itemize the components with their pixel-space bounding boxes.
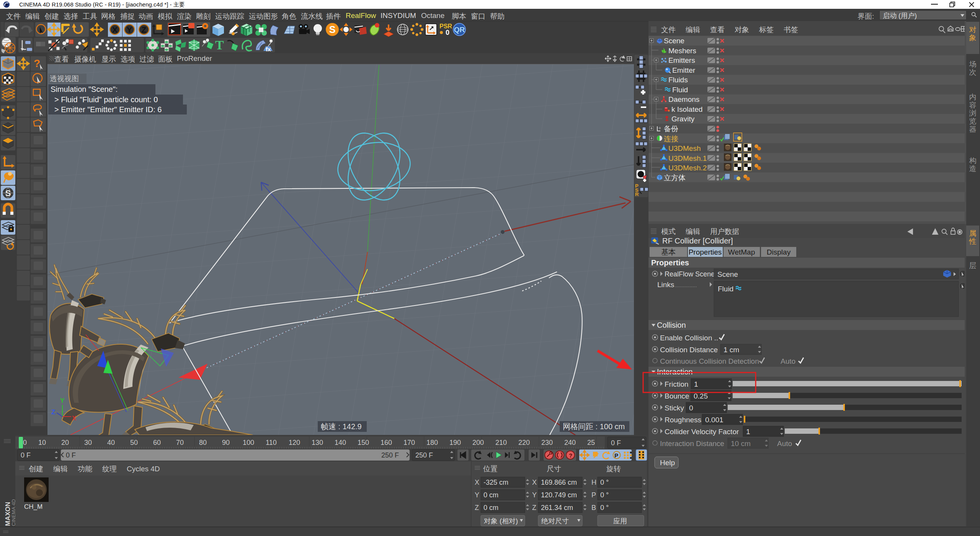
svg-text:50: 50 [130, 439, 138, 446]
svg-text:对象: 对象 [735, 26, 749, 34]
svg-text:170: 170 [403, 439, 415, 446]
svg-text:Z: Z [475, 504, 479, 511]
svg-text:旋转: 旋转 [606, 465, 621, 473]
svg-text:书签: 书签 [784, 26, 798, 34]
svg-text:30: 30 [84, 439, 92, 446]
svg-text:70: 70 [176, 439, 184, 446]
svg-text:250 F: 250 F [381, 451, 399, 459]
svg-text:-325 cm: -325 cm [483, 479, 508, 486]
svg-text:Collision Distance: Collision Distance [660, 346, 718, 354]
svg-text:X: X [112, 25, 118, 34]
svg-text:Continuous Collision Detection: Continuous Collision Detection [660, 357, 759, 365]
svg-text:200: 200 [472, 439, 484, 446]
svg-text:Help: Help [660, 459, 675, 467]
svg-text:o: o [659, 126, 661, 130]
svg-text:Emitter: Emitter [672, 66, 696, 74]
svg-text:Roughness: Roughness [665, 416, 701, 424]
svg-text:创建: 创建 [29, 465, 43, 473]
svg-text:X: X [475, 479, 479, 486]
svg-text:0 F: 0 F [21, 451, 31, 459]
svg-text:160: 160 [381, 439, 392, 446]
svg-text:H: H [591, 479, 596, 486]
svg-text:帧速 : 142.9: 帧速 : 142.9 [321, 422, 362, 431]
svg-text:25: 25 [587, 439, 595, 446]
svg-text:261.34 cm: 261.34 cm [541, 504, 573, 511]
svg-text:Auto: Auto [777, 440, 792, 448]
svg-text:Simulation "Scene":: Simulation "Scene": [51, 85, 118, 93]
svg-text:20: 20 [61, 439, 69, 446]
svg-text:P: P [614, 452, 618, 459]
svg-text:U3DMesh.2: U3DMesh.2 [668, 164, 707, 172]
svg-text:220: 220 [518, 439, 530, 446]
svg-text:230: 230 [541, 439, 553, 446]
svg-text:80: 80 [199, 439, 207, 446]
svg-text:X: X [72, 415, 77, 422]
svg-text:X: X [532, 479, 537, 486]
svg-text:10: 10 [38, 439, 46, 446]
svg-text:R: R [635, 191, 639, 197]
svg-text:130: 130 [312, 439, 323, 446]
svg-text:120: 120 [289, 439, 300, 446]
svg-text:Auto: Auto [781, 357, 795, 365]
svg-text:Sticky: Sticky [665, 404, 684, 412]
svg-text:WetMap: WetMap [728, 248, 755, 256]
svg-text:T: T [215, 38, 224, 52]
svg-text:> Emitter "Emitter" Emitter ID: > Emitter "Emitter" Emitter ID: 6 [54, 105, 162, 114]
svg-text:标签: 标签 [759, 26, 774, 34]
svg-text:Properties: Properties [651, 258, 689, 267]
svg-text:fx: fx [266, 46, 271, 52]
svg-text:Daemons: Daemons [668, 95, 699, 103]
svg-text:Y: Y [532, 491, 537, 499]
svg-text:B: B [591, 504, 596, 511]
svg-text:纹理: 纹理 [102, 465, 117, 473]
svg-text:Links: Links [657, 281, 674, 289]
svg-text:?: ? [34, 57, 40, 69]
svg-text:Meshers: Meshers [668, 47, 696, 55]
svg-text:210: 210 [495, 439, 507, 446]
svg-text:Collider Velocity Factor: Collider Velocity Factor [665, 428, 739, 436]
svg-text:60: 60 [153, 439, 161, 446]
svg-text:Cycles 4D: Cycles 4D [127, 465, 160, 473]
svg-text:140: 140 [335, 439, 346, 446]
svg-text:文件: 文件 [661, 26, 676, 34]
svg-text:Z: Z [51, 409, 55, 416]
svg-text:Collision: Collision [657, 321, 686, 329]
svg-text:QR: QR [454, 26, 465, 34]
svg-text:0.001: 0.001 [705, 416, 724, 424]
svg-text:0: 0 [23, 439, 27, 446]
svg-text:250 F: 250 F [415, 451, 433, 459]
svg-text:90: 90 [222, 439, 230, 446]
svg-text:U3DMesh: U3DMesh [668, 144, 701, 152]
svg-text:Emitters: Emitters [668, 56, 695, 64]
svg-text:U3DMesh.1: U3DMesh.1 [668, 154, 707, 162]
svg-text:模式: 模式 [661, 227, 676, 235]
svg-text:0 °: 0 ° [600, 491, 609, 499]
svg-text:立方体: 立方体 [664, 174, 686, 182]
svg-text:1: 1 [746, 428, 750, 436]
svg-text:Scene: Scene [717, 270, 738, 278]
svg-text:100: 100 [243, 439, 254, 446]
svg-text:RF Collider [Collider]: RF Collider [Collider] [662, 237, 733, 245]
svg-text:0 cm: 0 cm [483, 491, 498, 499]
svg-text:P: P [591, 491, 596, 499]
svg-text:0 F: 0 F [611, 439, 621, 447]
svg-text:0 °: 0 ° [600, 479, 609, 486]
svg-text:基本: 基本 [661, 248, 676, 256]
svg-text:0 F: 0 F [66, 451, 76, 459]
svg-text:240: 240 [564, 439, 576, 446]
svg-text:> Fluid "Fluid" particle count: > Fluid "Fluid" particle count: 0 [54, 95, 158, 104]
svg-text:对象 (相对): 对象 (相对) [484, 517, 518, 525]
svg-text:Fluids: Fluids [668, 76, 688, 84]
svg-text:190: 190 [449, 439, 461, 446]
svg-text:Z: Z [142, 25, 147, 34]
svg-text:k Isolated: k Isolated [671, 105, 702, 113]
svg-text:透视视图: 透视视图 [50, 75, 79, 83]
svg-text:0: 0 [446, 29, 449, 36]
svg-text:110: 110 [266, 439, 277, 446]
svg-text:S: S [329, 24, 336, 35]
svg-text:Interaction Distance: Interaction Distance [660, 440, 724, 448]
svg-text:169.866 cm: 169.866 cm [541, 479, 577, 486]
svg-text:40: 40 [107, 439, 115, 446]
svg-text:S: S [5, 188, 11, 198]
svg-text:Scene: Scene [664, 37, 684, 45]
